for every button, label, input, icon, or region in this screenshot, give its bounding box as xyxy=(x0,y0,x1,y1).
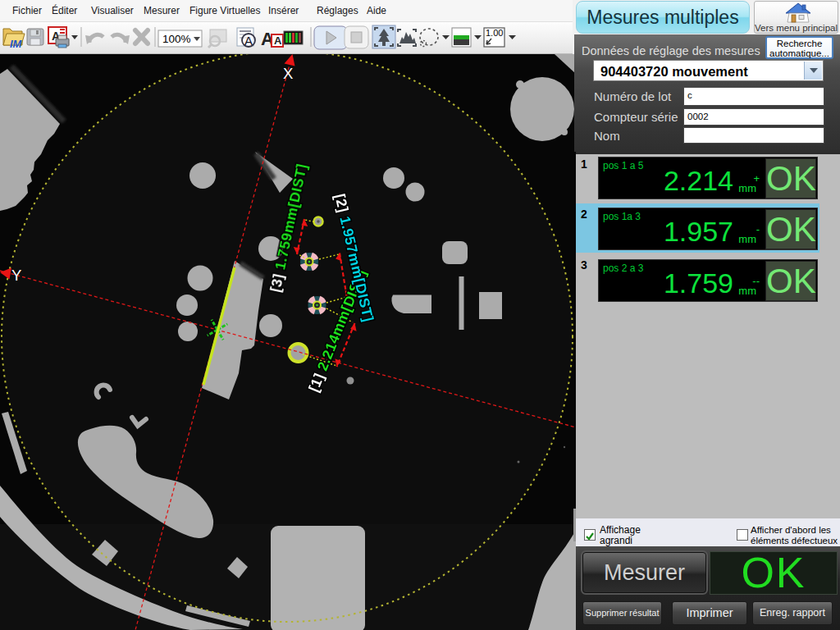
svg-text:IM: IM xyxy=(10,38,23,50)
svg-text:100%: 100% xyxy=(162,33,191,45)
svg-text:X: X xyxy=(283,65,293,82)
svg-text:A: A xyxy=(274,34,282,47)
svg-text:A: A xyxy=(244,34,253,48)
svg-text:Y: Y xyxy=(11,267,21,284)
svg-text:1.00: 1.00 xyxy=(486,28,503,38)
